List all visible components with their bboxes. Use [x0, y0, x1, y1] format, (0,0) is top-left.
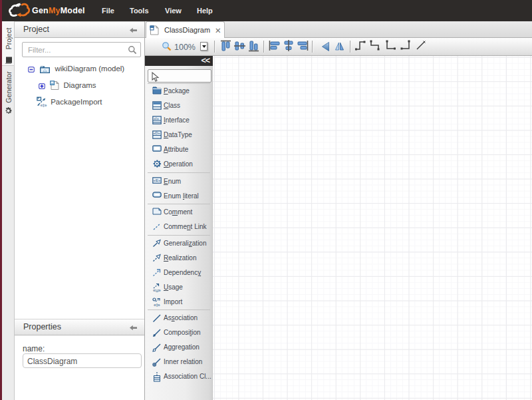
svg-text:«I»: «I»	[154, 303, 160, 307]
svg-text:«E»: «E»	[154, 178, 161, 182]
svg-text:«I»: «I»	[41, 103, 47, 107]
svg-text:«I»: «I»	[154, 116, 159, 120]
svg-text:«u»: «u»	[153, 288, 161, 293]
svg-text:«D»: «D»	[153, 131, 160, 135]
